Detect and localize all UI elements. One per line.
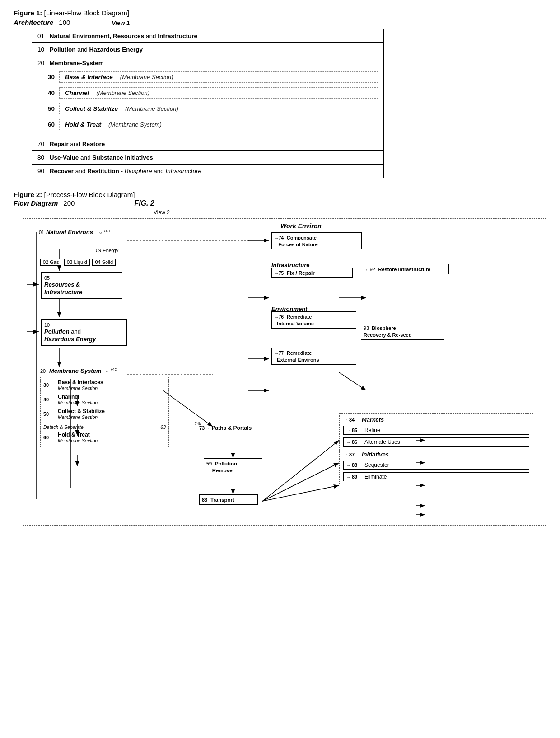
fig2-label: FIG. 2 — [134, 199, 154, 207]
node05-num: 05 — [44, 275, 50, 281]
row90-text1: Recover — [50, 168, 74, 174]
row-20: 20 Membrane-System 30 Base & Interface (… — [32, 56, 383, 137]
node88-arrow: → — [346, 463, 350, 468]
sub60-section: (Membrane System) — [108, 121, 162, 128]
node30-num: 30 — [43, 382, 56, 388]
node-59: 59 Pollution Remove — [204, 458, 262, 475]
node40-title: Channel — [58, 394, 98, 400]
node73-circle: ○ — [206, 426, 209, 431]
row90-text3: Restitution — [87, 168, 119, 174]
node50-num: 50 — [43, 411, 56, 417]
node83-num: 83 — [202, 497, 207, 503]
sub40-num: 40 — [37, 89, 55, 96]
flow-diagram-label: Flow Diagram — [14, 199, 58, 207]
node-75: →75 Fix / Repair — [271, 268, 353, 278]
figure1-title: Figure 1: [Linear-Flow Block Diagram] — [14, 9, 546, 17]
node92-title: Restore Infrastructure — [378, 267, 431, 272]
node10-title: Pollution andHazardous Energy — [44, 328, 124, 343]
node60-sub: Membrane Section — [58, 438, 98, 443]
node-83: 83 Transport — [199, 494, 258, 505]
node93-num: 93 — [364, 325, 369, 331]
svg-line-23 — [262, 485, 339, 501]
node20-num: 20 — [40, 368, 46, 374]
node89-arrow: → — [346, 475, 350, 479]
arch-label: Architecture — [14, 19, 53, 26]
node86-arrow: → — [346, 440, 350, 445]
row90-italic3: Infrastructure — [166, 168, 202, 174]
node87-title: Initiatives — [362, 451, 389, 458]
sub50-num: 50 — [37, 105, 55, 112]
node92-arrow: → — [364, 267, 368, 272]
view2-label: View 2 — [154, 209, 546, 216]
flow-num: 200 — [63, 199, 75, 207]
node60-title: Hold & Treat — [58, 432, 98, 438]
node-01: 01 Natural Environs ○ 74a — [39, 229, 156, 235]
row70-text3: Restore — [82, 141, 105, 147]
node05-title: Resources &Infrastructure — [44, 281, 119, 296]
node86-num: 86 — [352, 439, 364, 445]
arch-header: Architecture 100 View 1 — [14, 19, 546, 26]
node01-title: Natural Environs — [46, 229, 93, 235]
row01-text3: Infrastructure — [158, 33, 197, 39]
sub50-box: Collect & Stabilize (Membrane Section) — [59, 103, 378, 114]
node84-arrow: → — [343, 417, 348, 422]
view1-label: View 1 — [112, 19, 130, 26]
row10-text1: Pollution — [50, 46, 76, 53]
row70-text1: Repair — [50, 141, 69, 147]
detach-separate: Detach & Separate 63 — [43, 423, 166, 430]
arch-num: 100 — [59, 19, 70, 26]
node87-arrow: → — [343, 452, 348, 457]
node83-title: Transport — [210, 497, 234, 503]
row90-dash: - — [121, 168, 124, 174]
node85-arrow: → — [346, 428, 350, 433]
node76-arrow: →76 — [274, 315, 284, 320]
row-90: 90 Recover and Restitution - Biosphere a… — [32, 165, 383, 178]
node-77: →77 Remediate External Environs — [271, 348, 356, 365]
svg-line-18 — [339, 372, 366, 390]
row90-text2: and — [75, 168, 87, 174]
row10-num: 10 — [37, 46, 44, 53]
node20-title: Membrane-System — [49, 367, 102, 374]
node73-title: Paths & Portals — [212, 425, 252, 431]
node60-num: 60 — [43, 435, 56, 440]
node85-title: Refine — [364, 427, 380, 433]
node84-title: Markets — [362, 416, 384, 423]
row01-num: 01 — [37, 33, 44, 39]
node-92: → 92 Restore Infrastructure — [361, 264, 449, 274]
row80-text3: Substance Initiatives — [92, 154, 153, 161]
node30-sub: Membrane Section — [58, 385, 103, 391]
node-05: 05 Resources &Infrastructure — [41, 272, 122, 299]
node-40: 40 Channel Membrane Section — [43, 394, 166, 405]
row-10: 10 Pollution and Hazardous Energy — [32, 43, 383, 56]
row01-text2: and — [146, 33, 158, 39]
node40-num: 40 — [43, 397, 56, 402]
sub40-box: Channel (Membrane Section) — [59, 87, 378, 99]
node01-num: 01 — [39, 230, 44, 235]
node-02-03-04-row: 02 Gas 03 Liquid 04 Solid — [40, 259, 116, 266]
row70-text2: and — [70, 141, 82, 147]
node-60: 60 Hold & Treat Membrane Section — [43, 432, 166, 443]
node01-note: ○ — [99, 230, 102, 235]
node-10: 10 Pollution andHazardous Energy — [41, 319, 127, 346]
membrane-num: 20 — [37, 60, 44, 66]
node73-num: 73 — [199, 425, 205, 431]
node-09-energy: 09 Energy — [93, 247, 121, 254]
node-03: 03 Liquid — [64, 259, 90, 266]
sub30-box: Base & Interface (Membrane Section) — [59, 71, 378, 83]
node-74: →74 Compensate Forces of Nature — [271, 232, 362, 249]
membrane-sub-60: 60 Hold & Treat (Membrane System) — [37, 117, 378, 132]
row90-italic2: and — [154, 168, 165, 174]
node84-num: 84 — [349, 417, 362, 423]
svg-line-12 — [163, 390, 213, 427]
node-86: → 86 Alternate Uses — [343, 437, 529, 447]
node86-title: Alternate Uses — [364, 439, 400, 445]
node-88: → 88 Sequester — [343, 461, 529, 470]
row-80: 80 Use-Value and Substance Initiatives — [32, 151, 383, 165]
svg-line-22 — [262, 463, 339, 501]
node50-title: Collect & Stabilize — [58, 408, 105, 414]
sub30-label: Base & Interface — [65, 74, 113, 80]
row80-text1: Use-Value — [50, 154, 79, 161]
sub30-section: (Membrane Section) — [120, 74, 173, 80]
membrane-sub-40: 40 Channel (Membrane Section) — [37, 85, 378, 101]
membrane-sub-50: 50 Collect & Stabilize (Membrane Section… — [37, 101, 378, 117]
